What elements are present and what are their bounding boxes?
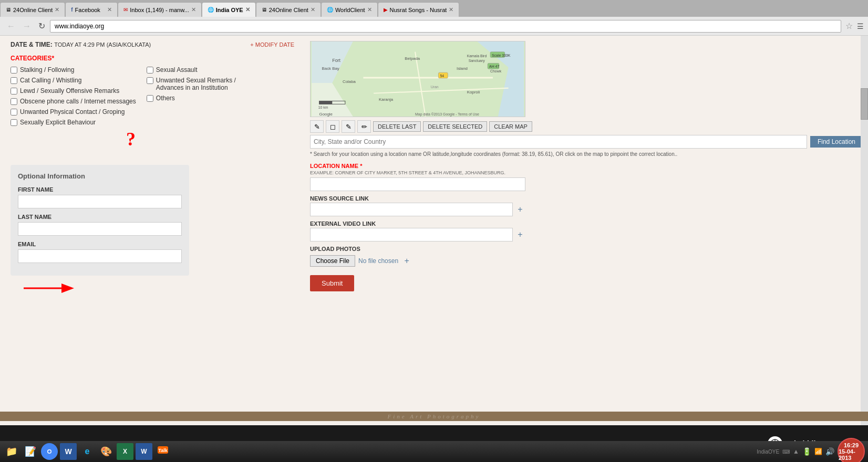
- last-name-input[interactable]: [18, 222, 182, 236]
- svg-text:Fort: Fort: [332, 58, 340, 63]
- tab-close-5[interactable]: ✕: [311, 6, 315, 13]
- tab-close-2[interactable]: ✕: [107, 6, 112, 13]
- news-source-input[interactable]: [310, 203, 513, 216]
- tab-facebook[interactable]: f Facebook ✕: [65, 2, 118, 17]
- category-sexual-assault[interactable]: Sexual Assault: [147, 66, 241, 74]
- email-label: EMAIL: [18, 241, 182, 247]
- external-video-input[interactable]: [310, 228, 513, 242]
- delete-selected-button[interactable]: DELETE SELECTED: [423, 121, 487, 132]
- external-video-row: +: [310, 228, 525, 242]
- taskbar-expand-icon[interactable]: ▲: [793, 448, 799, 455]
- checkbox-others[interactable]: [147, 95, 153, 102]
- email-input[interactable]: [18, 249, 182, 263]
- optional-info-section: Optional Information FIRST NAME LAST NAM…: [11, 165, 189, 276]
- menu-icon[interactable]: ☰: [857, 22, 864, 30]
- taskbar-sticky-icon[interactable]: 📝: [22, 443, 39, 460]
- taskbar-excel-icon[interactable]: X: [117, 443, 133, 460]
- svg-marker-4: [332, 41, 508, 117]
- taskbar-chrome-icon[interactable]: [41, 443, 58, 460]
- choose-file-button[interactable]: Choose File: [310, 255, 355, 267]
- tab-indiaoye[interactable]: 🌐 India OYE ✕: [202, 2, 256, 17]
- tab-worldclient[interactable]: 🌐 WorldClient ✕: [321, 2, 378, 17]
- forward-button[interactable]: →: [20, 20, 34, 32]
- arrow-svg: [21, 280, 79, 296]
- categories-col-1: Stalking / Following Cat Calling / Whist…: [11, 66, 136, 126]
- checkbox-unwanted-remarks[interactable]: [147, 77, 153, 84]
- tab-gmail[interactable]: ✉ Inbox (1,149) - manw... ✕: [118, 2, 202, 17]
- category-sexually-explicit[interactable]: Sexually Explicit Behaviour: [11, 119, 136, 126]
- map-tool-hand[interactable]: ✏: [357, 120, 371, 133]
- taskbar-folder-icon[interactable]: 📁: [3, 443, 20, 460]
- location-required: *: [358, 163, 362, 169]
- tab-close-1[interactable]: ✕: [55, 6, 59, 13]
- taskbar-volume-icon[interactable]: 🔊: [825, 447, 834, 456]
- category-stalking-label: Stalking / Following: [20, 66, 74, 74]
- modify-date-link[interactable]: + MODIFY DATE: [250, 41, 294, 48]
- taskbar-paint-icon[interactable]: 🎨: [98, 443, 115, 460]
- reload-button[interactable]: ↻: [36, 20, 48, 32]
- svg-text:Uran: Uran: [431, 85, 439, 89]
- category-lewd[interactable]: Lewd / Sexually Offensive Remarks: [11, 87, 136, 94]
- tab-close-7[interactable]: ✕: [449, 6, 453, 13]
- svg-text:AH 47: AH 47: [489, 65, 499, 68]
- tab-label-4: India OYE: [216, 7, 243, 13]
- tab-favicon-7: ▶: [384, 7, 388, 13]
- clear-map-button[interactable]: CLEAR MAP: [489, 121, 532, 132]
- svg-text:Chowk: Chowk: [490, 69, 502, 73]
- category-catcalling[interactable]: Cat Calling / Whistling: [11, 77, 136, 84]
- last-name-label: LAST NAME: [18, 214, 182, 220]
- tab-24online-2[interactable]: 🖥 24Online Client ✕: [256, 2, 321, 17]
- india-oye-label: IndiaOYE: [757, 449, 779, 455]
- category-stalking[interactable]: Stalking / Following: [11, 66, 136, 74]
- external-video-add-button[interactable]: +: [515, 229, 525, 240]
- location-name-sublabel: EXAMPLE: CORNER OF CITY MARKET, 5TH STRE…: [310, 170, 525, 175]
- checkbox-sexually-explicit[interactable]: [11, 119, 17, 126]
- map-tool-select[interactable]: ◻: [326, 120, 339, 133]
- checkbox-unwanted-contact[interactable]: [11, 109, 17, 116]
- no-file-text: No file chosen: [358, 257, 398, 265]
- checkbox-stalking[interactable]: [11, 67, 17, 74]
- svg-text:Talk: Talk: [158, 448, 168, 453]
- checkbox-catcalling[interactable]: [11, 77, 17, 84]
- category-obscene[interactable]: Obscene phone calls / Internet messages: [11, 98, 136, 105]
- scrollbar-thumb[interactable]: [861, 88, 868, 120]
- map-tool-draw[interactable]: ✎: [310, 120, 324, 133]
- taskbar-talk-icon[interactable]: Talk: [154, 443, 171, 460]
- news-source-row: +: [310, 203, 525, 216]
- tab-close-6[interactable]: ✕: [367, 6, 372, 13]
- svg-text:Sanctuary: Sanctuary: [469, 59, 485, 63]
- location-name-input[interactable]: [310, 177, 525, 191]
- category-others-label: Others: [156, 94, 175, 102]
- excel-label: X: [123, 448, 127, 455]
- submit-button[interactable]: Submit: [310, 275, 354, 291]
- tab-favicon-1: 🖥: [6, 7, 11, 13]
- scrollbar[interactable]: [861, 36, 868, 462]
- checkbox-obscene[interactable]: [11, 98, 17, 105]
- upload-add-button[interactable]: +: [401, 256, 412, 266]
- tab-close-3[interactable]: ✕: [191, 6, 196, 13]
- tab-nusrat[interactable]: ▶ Nusrat Songs - Nusrat ✕: [378, 2, 460, 17]
- first-name-input[interactable]: [18, 195, 182, 208]
- back-button[interactable]: ←: [4, 20, 18, 32]
- taskbar-word2-icon[interactable]: W: [136, 443, 152, 460]
- location-search-input[interactable]: [310, 135, 807, 149]
- category-unwanted-contact[interactable]: Unwanted Physical Contact / Groping: [11, 108, 136, 116]
- news-source-add-button[interactable]: +: [515, 204, 525, 215]
- categories-title: CATEGORIES*: [11, 55, 294, 62]
- taskbar-word-icon[interactable]: W: [60, 443, 77, 460]
- checkbox-sexual-assault[interactable]: [147, 67, 153, 74]
- category-unwanted-remarks[interactable]: Unwanted Sexual Remarks / Advances in an…: [147, 77, 241, 91]
- checkbox-lewd[interactable]: [11, 88, 17, 94]
- find-location-button[interactable]: Find Location: [810, 136, 863, 148]
- tab-24online-1[interactable]: 🖥 24Online Client ✕: [0, 2, 65, 17]
- category-others[interactable]: Others: [147, 94, 241, 102]
- taskbar-ie-icon[interactable]: e: [79, 443, 96, 460]
- tab-favicon-2: f: [71, 7, 73, 13]
- tab-close-4[interactable]: ✕: [245, 6, 250, 13]
- tab-label-1: 24Online Client: [13, 7, 53, 13]
- address-bar[interactable]: [50, 20, 841, 33]
- taskbar-date: 15-04-2013: [839, 448, 864, 461]
- map-tool-edit[interactable]: ✎: [342, 120, 355, 133]
- delete-last-button[interactable]: DELETE LAST: [373, 121, 421, 132]
- bookmark-icon[interactable]: ☆: [845, 21, 853, 31]
